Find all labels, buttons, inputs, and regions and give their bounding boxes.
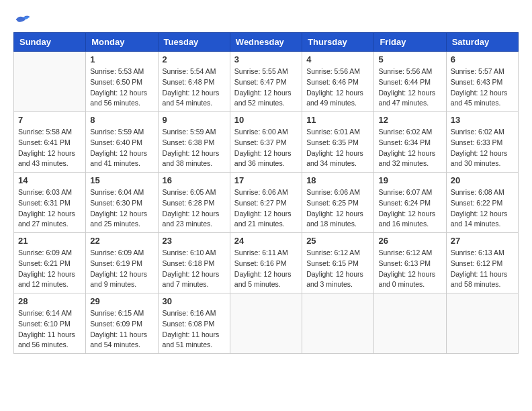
calendar-cell: 2Sunrise: 5:54 AM Sunset: 6:48 PM Daylig… (158, 52, 230, 112)
calendar-cell: 18Sunrise: 6:06 AM Sunset: 6:25 PM Dayli… (302, 173, 374, 233)
day-number: 16 (163, 175, 226, 185)
calendar-cell (374, 293, 446, 354)
calendar-cell: 25Sunrise: 6:12 AM Sunset: 6:15 PM Dayli… (302, 233, 374, 293)
calendar-cell: 24Sunrise: 6:11 AM Sunset: 6:16 PM Dayli… (230, 233, 302, 293)
calendar-header-row: SundayMondayTuesdayWednesdayThursdayFrid… (14, 33, 519, 52)
header-sunday: Sunday (14, 33, 86, 52)
header-wednesday: Wednesday (230, 33, 302, 52)
calendar-cell: 1Sunrise: 5:53 AM Sunset: 6:50 PM Daylig… (86, 52, 158, 112)
day-info: Sunrise: 6:15 AM Sunset: 6:09 PM Dayligh… (90, 308, 153, 351)
logo-bird-icon (15, 13, 31, 26)
day-number: 4 (306, 54, 369, 64)
calendar-cell (230, 293, 302, 354)
calendar-cell: 11Sunrise: 6:01 AM Sunset: 6:35 PM Dayli… (302, 112, 374, 173)
calendar-week-5: 28Sunrise: 6:14 AM Sunset: 6:10 PM Dayli… (14, 293, 519, 354)
day-number: 30 (163, 296, 226, 306)
calendar-cell (446, 293, 518, 354)
day-info: Sunrise: 6:07 AM Sunset: 6:24 PM Dayligh… (378, 187, 441, 230)
day-number: 21 (18, 236, 81, 246)
calendar-cell: 5Sunrise: 5:56 AM Sunset: 6:44 PM Daylig… (374, 52, 446, 112)
calendar-cell: 26Sunrise: 6:12 AM Sunset: 6:13 PM Dayli… (374, 233, 446, 293)
day-info: Sunrise: 5:55 AM Sunset: 6:47 PM Dayligh… (234, 66, 298, 109)
day-number: 2 (163, 54, 226, 64)
day-number: 29 (90, 296, 153, 306)
day-number: 13 (451, 115, 514, 125)
logo (13, 13, 31, 26)
calendar-cell: 15Sunrise: 6:04 AM Sunset: 6:30 PM Dayli… (86, 173, 158, 233)
calendar-cell: 10Sunrise: 6:00 AM Sunset: 6:37 PM Dayli… (230, 112, 302, 173)
header-tuesday: Tuesday (158, 33, 230, 52)
day-number: 23 (163, 236, 226, 246)
day-info: Sunrise: 5:53 AM Sunset: 6:50 PM Dayligh… (90, 66, 153, 109)
calendar-table: SundayMondayTuesdayWednesdayThursdayFrid… (13, 32, 519, 354)
day-info: Sunrise: 6:13 AM Sunset: 6:12 PM Dayligh… (451, 248, 514, 290)
calendar-cell: 16Sunrise: 6:05 AM Sunset: 6:28 PM Dayli… (158, 173, 230, 233)
calendar-week-1: 1Sunrise: 5:53 AM Sunset: 6:50 PM Daylig… (14, 52, 519, 112)
calendar-cell: 29Sunrise: 6:15 AM Sunset: 6:09 PM Dayli… (86, 293, 158, 354)
calendar-cell: 20Sunrise: 6:08 AM Sunset: 6:22 PM Dayli… (446, 173, 518, 233)
day-number: 9 (163, 115, 226, 125)
calendar-cell: 28Sunrise: 6:14 AM Sunset: 6:10 PM Dayli… (14, 293, 86, 354)
calendar-cell: 3Sunrise: 5:55 AM Sunset: 6:47 PM Daylig… (230, 52, 302, 112)
day-number: 28 (18, 296, 81, 306)
calendar-cell: 27Sunrise: 6:13 AM Sunset: 6:12 PM Dayli… (446, 233, 518, 293)
calendar-cell: 21Sunrise: 6:09 AM Sunset: 6:21 PM Dayli… (14, 233, 86, 293)
day-info: Sunrise: 6:03 AM Sunset: 6:31 PM Dayligh… (18, 187, 81, 230)
day-number: 26 (378, 236, 441, 246)
calendar-cell: 9Sunrise: 5:59 AM Sunset: 6:38 PM Daylig… (158, 112, 230, 173)
day-number: 6 (451, 54, 514, 64)
day-number: 5 (378, 54, 441, 64)
calendar-cell: 12Sunrise: 6:02 AM Sunset: 6:34 PM Dayli… (374, 112, 446, 173)
day-number: 15 (90, 175, 153, 185)
calendar-cell: 19Sunrise: 6:07 AM Sunset: 6:24 PM Dayli… (374, 173, 446, 233)
day-info: Sunrise: 6:14 AM Sunset: 6:10 PM Dayligh… (18, 308, 81, 351)
page-header (13, 13, 519, 26)
calendar-week-2: 7Sunrise: 5:58 AM Sunset: 6:41 PM Daylig… (14, 112, 519, 173)
header-thursday: Thursday (302, 33, 374, 52)
day-info: Sunrise: 6:12 AM Sunset: 6:15 PM Dayligh… (306, 248, 369, 290)
day-info: Sunrise: 6:16 AM Sunset: 6:08 PM Dayligh… (163, 308, 226, 351)
day-info: Sunrise: 6:09 AM Sunset: 6:21 PM Dayligh… (18, 248, 81, 290)
header-friday: Friday (374, 33, 446, 52)
calendar-cell: 30Sunrise: 6:16 AM Sunset: 6:08 PM Dayli… (158, 293, 230, 354)
day-info: Sunrise: 6:01 AM Sunset: 6:35 PM Dayligh… (306, 127, 369, 169)
calendar-cell: 6Sunrise: 5:57 AM Sunset: 6:43 PM Daylig… (446, 52, 518, 112)
day-info: Sunrise: 6:06 AM Sunset: 6:25 PM Dayligh… (306, 187, 369, 230)
day-info: Sunrise: 6:02 AM Sunset: 6:33 PM Dayligh… (451, 127, 514, 169)
day-info: Sunrise: 6:06 AM Sunset: 6:27 PM Dayligh… (234, 187, 298, 230)
day-number: 3 (234, 54, 298, 64)
calendar-week-4: 21Sunrise: 6:09 AM Sunset: 6:21 PM Dayli… (14, 233, 519, 293)
calendar-cell: 22Sunrise: 6:09 AM Sunset: 6:19 PM Dayli… (86, 233, 158, 293)
day-info: Sunrise: 5:57 AM Sunset: 6:43 PM Dayligh… (451, 66, 514, 109)
day-info: Sunrise: 6:08 AM Sunset: 6:22 PM Dayligh… (451, 187, 514, 230)
day-number: 10 (234, 115, 298, 125)
day-info: Sunrise: 5:59 AM Sunset: 6:38 PM Dayligh… (163, 127, 226, 169)
day-info: Sunrise: 6:05 AM Sunset: 6:28 PM Dayligh… (163, 187, 226, 230)
day-info: Sunrise: 5:56 AM Sunset: 6:44 PM Dayligh… (378, 66, 441, 109)
day-number: 8 (90, 115, 153, 125)
day-number: 11 (306, 115, 369, 125)
calendar-cell: 17Sunrise: 6:06 AM Sunset: 6:27 PM Dayli… (230, 173, 302, 233)
calendar-cell: 8Sunrise: 5:59 AM Sunset: 6:40 PM Daylig… (86, 112, 158, 173)
day-number: 14 (18, 175, 81, 185)
day-number: 24 (234, 236, 298, 246)
calendar-cell (302, 293, 374, 354)
day-number: 22 (90, 236, 153, 246)
day-info: Sunrise: 5:59 AM Sunset: 6:40 PM Dayligh… (90, 127, 153, 169)
calendar-cell: 23Sunrise: 6:10 AM Sunset: 6:18 PM Dayli… (158, 233, 230, 293)
calendar-cell (14, 52, 86, 112)
calendar-cell: 14Sunrise: 6:03 AM Sunset: 6:31 PM Dayli… (14, 173, 86, 233)
header-monday: Monday (86, 33, 158, 52)
day-number: 7 (18, 115, 81, 125)
calendar-cell: 4Sunrise: 5:56 AM Sunset: 6:46 PM Daylig… (302, 52, 374, 112)
calendar-cell: 7Sunrise: 5:58 AM Sunset: 6:41 PM Daylig… (14, 112, 86, 173)
day-info: Sunrise: 5:56 AM Sunset: 6:46 PM Dayligh… (306, 66, 369, 109)
day-number: 1 (90, 54, 153, 64)
day-number: 17 (234, 175, 298, 185)
day-info: Sunrise: 5:58 AM Sunset: 6:41 PM Dayligh… (18, 127, 81, 169)
day-info: Sunrise: 6:12 AM Sunset: 6:13 PM Dayligh… (378, 248, 441, 290)
day-number: 25 (306, 236, 369, 246)
day-number: 19 (378, 175, 441, 185)
day-info: Sunrise: 6:02 AM Sunset: 6:34 PM Dayligh… (378, 127, 441, 169)
day-info: Sunrise: 6:09 AM Sunset: 6:19 PM Dayligh… (90, 248, 153, 290)
